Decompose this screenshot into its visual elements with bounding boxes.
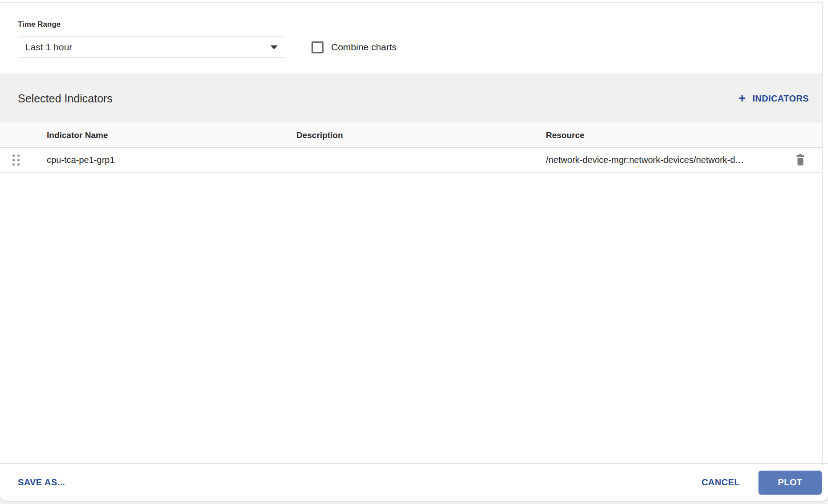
selected-indicators-bar: Selected Indicators + INDICATORS [0,73,822,123]
cell-indicator-name: cpu-tca-pe1-grp1 [47,155,296,165]
scroll-pane: Time Range Last 1 hour Combine charts Se… [0,2,823,465]
combine-charts-checkbox[interactable] [312,41,324,53]
column-header-description: Description [296,130,546,140]
plot-button[interactable]: PLOT [758,471,822,495]
table-header: Indicator Name Description Resource [0,123,822,148]
add-indicators-label: INDICATORS [752,93,809,104]
time-range-section: Time Range Last 1 hour Combine charts [18,20,822,58]
cell-resource: /network-device-mgr:network-devices/netw… [546,155,795,165]
dialog-content: Time Range Last 1 hour Combine charts Se… [0,0,828,463]
top-divider [0,2,822,3]
cancel-button[interactable]: CANCEL [701,477,740,488]
time-range-value: Last 1 hour [25,42,72,53]
delete-row-button[interactable] [795,154,805,166]
column-header-resource: Resource [546,130,795,140]
drag-handle-icon[interactable] [12,154,20,166]
plus-icon: + [738,93,746,105]
selected-indicators-title: Selected Indicators [18,92,113,105]
combine-charts-label: Combine charts [331,42,397,53]
combine-charts-group: Combine charts [312,41,397,53]
save-as-button[interactable]: SAVE AS... [18,477,65,488]
table-row: cpu-tca-pe1-grp1 /network-device-mgr:net… [0,148,822,173]
time-range-label: Time Range [18,20,822,29]
dialog-footer: SAVE AS... CANCEL PLOT [0,463,828,501]
plot-indicators-dialog: Time Range Last 1 hour Combine charts Se… [0,0,828,501]
chevron-down-icon [271,45,278,49]
column-header-indicator-name: Indicator Name [47,130,296,140]
time-range-select[interactable]: Last 1 hour [18,37,285,58]
add-indicators-button[interactable]: + INDICATORS [738,93,809,105]
trash-icon [795,154,805,166]
